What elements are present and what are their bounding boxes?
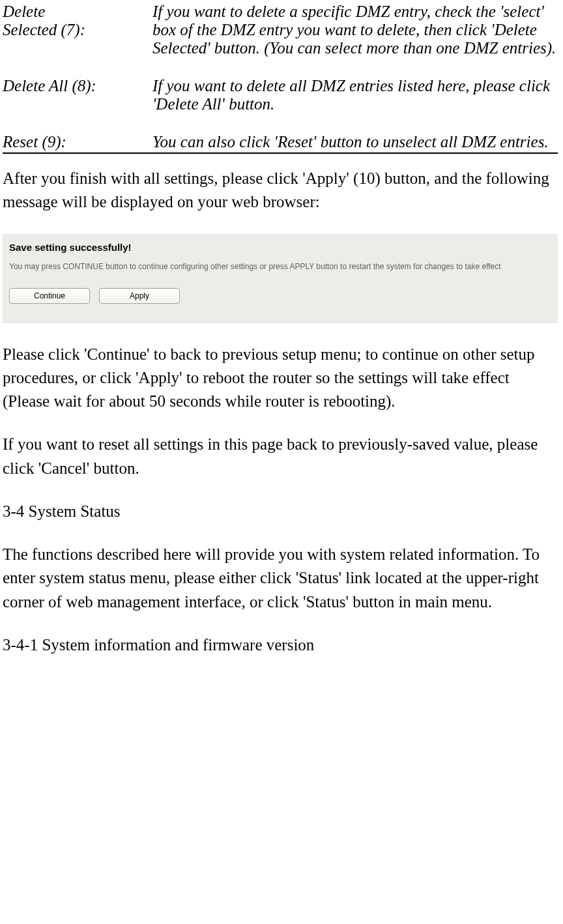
definition-row-delete-selected: Delete Selected (7): If you want to dele… <box>3 3 558 57</box>
heading-system-info: 3-4-1 System information and firmware ve… <box>3 633 558 657</box>
continue-button-label: Continue <box>34 291 65 300</box>
definition-row-reset: Reset (9): You can also click 'Reset' bu… <box>3 133 558 151</box>
paragraph-continue: Please click 'Continue' to back to previ… <box>3 343 558 414</box>
definition-term: Reset (9): <box>3 133 152 151</box>
apply-button-label: Apply <box>130 291 149 300</box>
save-success-dialog: Save setting successfully! You may press… <box>3 234 558 323</box>
heading-system-status: 3-4 System Status <box>3 500 558 523</box>
dialog-button-row: Continue Apply <box>9 288 551 304</box>
term-line1: Delete <box>3 3 45 20</box>
definition-description: If you want to delete all DMZ entries li… <box>152 77 558 113</box>
definition-description: You can also click 'Reset' button to uns… <box>152 133 558 151</box>
definition-term: Delete All (8): <box>3 77 152 113</box>
dialog-title: Save setting successfully! <box>9 242 551 253</box>
term-line2: Selected (7): <box>3 21 85 38</box>
paragraph-reset: If you want to reset all settings in thi… <box>3 433 558 480</box>
paragraph-system-status: The functions described here will provid… <box>3 543 558 614</box>
definition-term: Delete Selected (7): <box>3 3 152 57</box>
definition-description: If you want to delete a specific DMZ ent… <box>152 3 558 57</box>
dialog-description: You may press CONTINUE button to continu… <box>9 261 551 272</box>
definition-row-delete-all: Delete All (8): If you want to delete al… <box>3 77 558 113</box>
apply-button[interactable]: Apply <box>99 288 180 304</box>
continue-button[interactable]: Continue <box>9 288 90 304</box>
paragraph-after-finish: After you finish with all settings, plea… <box>3 167 558 214</box>
definition-table: Delete Selected (7): If you want to dele… <box>3 3 558 154</box>
